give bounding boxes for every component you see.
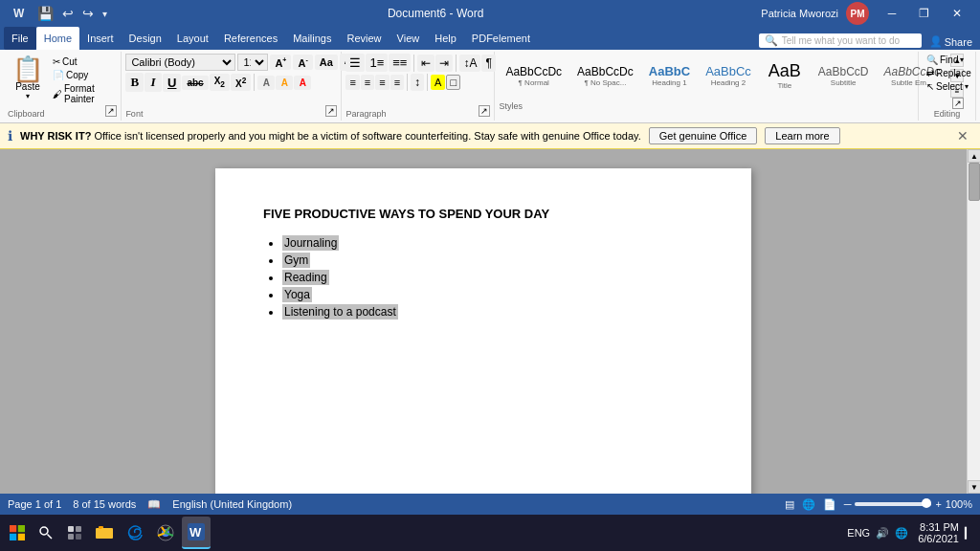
align-right-btn[interactable]: ≡ [375, 75, 389, 90]
strikethrough-btn[interactable]: abc [182, 76, 208, 90]
menu-design[interactable]: Design [122, 27, 169, 50]
search-taskbar-btn[interactable] [33, 517, 59, 549]
start-btn[interactable] [4, 517, 31, 549]
edge-btn[interactable] [121, 517, 149, 549]
decrease-font-btn[interactable]: A- [293, 55, 312, 71]
font-family-select[interactable]: Calibri (Body) [125, 54, 235, 71]
underline-btn[interactable]: U [163, 74, 181, 92]
menu-pdfelement[interactable]: PDFelement [464, 27, 538, 50]
menu-review[interactable]: Review [340, 27, 390, 50]
numbering-btn[interactable]: 1≡ [366, 54, 388, 72]
task-view-btn[interactable] [61, 517, 88, 549]
align-center-btn[interactable]: ≡ [361, 75, 374, 90]
format-painter-icon: 🖌 [53, 89, 62, 99]
show-desktop-btn[interactable]: ▎ [961, 527, 976, 540]
close-btn[interactable]: ✕ [942, 2, 972, 25]
align-left-btn[interactable]: ≡ [345, 75, 359, 90]
undo-qa-btn[interactable]: ↩ [59, 6, 77, 21]
redo-qa-btn[interactable]: ↪ [79, 6, 97, 21]
save-qa-btn[interactable]: 💾 [34, 6, 56, 21]
menu-help[interactable]: Help [427, 27, 464, 50]
style-subtitle[interactable]: AaBbCcD Subtitle [812, 62, 876, 90]
font-size-select[interactable]: 11 [237, 54, 268, 71]
select-btn[interactable]: ↖ Select ▾ [923, 80, 972, 93]
svg-rect-2 [10, 525, 16, 532]
style-title[interactable]: AaB Title [760, 58, 810, 93]
menu-references[interactable]: References [216, 27, 285, 50]
list-item: Listening to a podcast [282, 305, 703, 319]
increase-indent-btn[interactable]: ⇥ [435, 55, 453, 72]
scroll-thumb[interactable] [969, 163, 980, 201]
menu-file[interactable]: File [4, 27, 36, 50]
line-spacing-btn[interactable]: ↕ [411, 74, 424, 91]
styles-group-footer: Styles ↗ [499, 98, 964, 111]
zoom-in-btn[interactable]: + [935, 498, 941, 510]
vertical-scrollbar[interactable]: ▲ ▼ [967, 149, 980, 494]
restore-btn[interactable]: ❐ [909, 2, 940, 25]
chrome-btn[interactable] [151, 517, 180, 549]
font-color-btn[interactable]: A [294, 76, 311, 90]
menu-insert[interactable]: Insert [79, 27, 122, 50]
cut-btn[interactable]: ✂ Cut [50, 55, 117, 68]
tell-me-search[interactable]: 🔍 Tell me what you want to do [759, 33, 922, 48]
style-no-spacing[interactable]: AaBbCcDc ¶ No Spac... [570, 62, 640, 90]
bullets-btn[interactable]: ☰ [345, 54, 365, 72]
superscript-btn[interactable]: X2 [231, 74, 251, 91]
menu-view[interactable]: View [390, 27, 428, 50]
replace-btn[interactable]: ⇄ Replace [923, 67, 975, 79]
menu-layout[interactable]: Layout [169, 27, 216, 50]
share-btn[interactable]: 👤 Share [929, 35, 972, 48]
italic-btn[interactable]: I [145, 73, 162, 92]
file-explorer-btn[interactable] [90, 517, 119, 549]
bold-btn[interactable]: B [125, 73, 144, 92]
view-normal-btn[interactable]: ▤ [785, 498, 794, 511]
subscript-btn[interactable]: X2 [210, 74, 230, 91]
change-case-btn[interactable]: Aa [315, 55, 338, 70]
editor-area[interactable]: FIVE PRODUCTIVE WAYS TO SPEND YOUR DAY J… [0, 149, 967, 494]
word-taskbar-btn[interactable]: W [182, 517, 211, 549]
style-normal[interactable]: AaBbCcDc ¶ Normal [499, 62, 568, 90]
view-web-btn[interactable]: 🌐 [802, 498, 815, 511]
list-item: Reading [282, 271, 703, 284]
style-heading1[interactable]: AaBbC Heading 1 [642, 61, 697, 90]
format-painter-btn[interactable]: 🖌 Format Painter [50, 82, 117, 105]
menu-mailings[interactable]: Mailings [285, 27, 339, 50]
select-dropdown[interactable]: ▾ [965, 82, 969, 91]
scroll-up-btn[interactable]: ▲ [968, 149, 980, 163]
paste-btn[interactable]: 📋 Paste ▾ [8, 54, 48, 103]
paste-dropdown[interactable]: ▾ [26, 92, 30, 100]
increase-font-btn[interactable]: A+ [270, 55, 291, 71]
sort-btn[interactable]: ↕A [459, 55, 480, 72]
learn-more-btn[interactable]: Learn more [765, 127, 839, 144]
find-btn[interactable]: 🔍 Find ▾ [923, 54, 968, 66]
notification-close-btn[interactable]: ✕ [953, 128, 972, 143]
zoom-thumb[interactable] [922, 498, 931, 508]
text-effects-btn[interactable]: A [257, 76, 275, 90]
font-dialog-btn[interactable]: ↗ [325, 105, 337, 117]
search-placeholder: Tell me what you want to do [782, 35, 900, 46]
menu-home[interactable]: Home [36, 27, 79, 50]
multilevel-btn[interactable]: ≡≡ [389, 54, 411, 72]
decrease-indent-btn[interactable]: ⇤ [417, 55, 434, 72]
user-avatar[interactable]: PM [846, 2, 869, 25]
paragraph-dialog-btn[interactable]: ↗ [479, 105, 490, 117]
zoom-out-btn[interactable]: ─ [844, 498, 852, 510]
copy-btn[interactable]: 📄 Copy [50, 69, 117, 81]
shading-btn[interactable]: A [431, 75, 445, 90]
scroll-down-btn[interactable]: ▼ [968, 480, 980, 494]
paragraph-group-content: ☰ 1≡ ≡≡ ⇤ ⇥ ↕A ¶ ≡ ≡ ≡ ≡ ↕ A □ [345, 54, 490, 105]
get-genuine-btn[interactable]: Get genuine Office [649, 127, 758, 144]
borders-btn[interactable]: □ [446, 75, 460, 90]
text-highlight-btn[interactable]: A [276, 76, 293, 90]
justify-btn[interactable]: ≡ [390, 75, 404, 90]
document-page[interactable]: FIVE PRODUCTIVE WAYS TO SPEND YOUR DAY J… [215, 168, 751, 494]
clipboard-dialog-btn[interactable]: ↗ [105, 105, 117, 117]
customize-qa-btn[interactable]: ▾ [100, 9, 110, 19]
view-print-btn[interactable]: 📄 [823, 498, 836, 511]
show-marks-btn[interactable]: ¶ [481, 55, 495, 72]
find-dropdown[interactable]: ▾ [960, 55, 964, 64]
minimize-btn[interactable]: ─ [877, 2, 907, 25]
zoom-bar[interactable] [855, 502, 931, 506]
style-heading2[interactable]: AaBbCc Heading 2 [699, 61, 758, 90]
scroll-track[interactable] [968, 163, 980, 480]
